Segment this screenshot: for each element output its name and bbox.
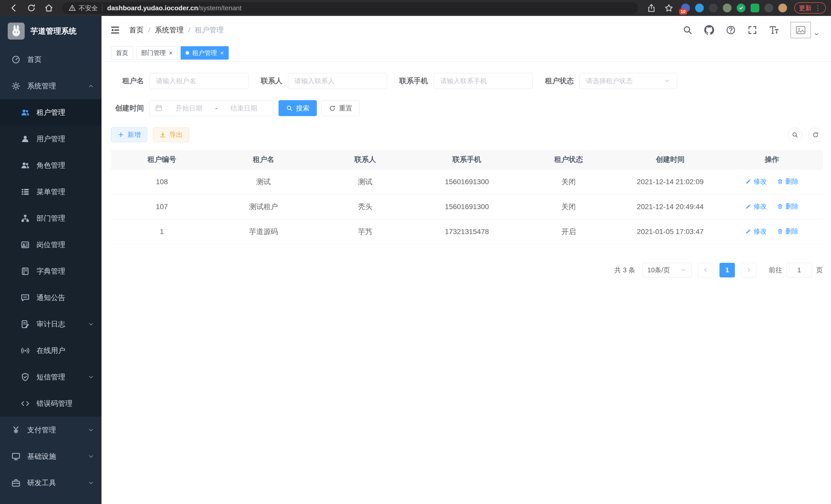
status-select[interactable]: 请选择租户状态: [579, 73, 677, 89]
browser-home-icon[interactable]: [44, 3, 53, 12]
phone-input[interactable]: [434, 73, 533, 89]
sidebar-toggle-icon[interactable]: [110, 25, 120, 35]
tags-view-bar: 首页 部门管理 × 租户管理 ×: [102, 44, 831, 62]
chevron-right-icon: [745, 267, 752, 273]
contact-input[interactable]: [288, 73, 387, 89]
help-icon[interactable]: [726, 25, 736, 35]
url-text[interactable]: dashboard.yudao.iocoder.cn/system/tenant: [107, 4, 241, 12]
user-avatar-dropdown[interactable]: [791, 22, 820, 38]
sidebar-item-dict[interactable]: 字典管理: [0, 258, 102, 285]
toggle-search-button[interactable]: [788, 128, 802, 142]
fullscreen-icon[interactable]: [747, 25, 757, 35]
app-title: 芋道管理系统: [30, 26, 77, 36]
tab-label: 租户管理: [192, 49, 217, 57]
page-number-button[interactable]: 1: [719, 263, 735, 277]
table-refresh-button[interactable]: [808, 128, 823, 142]
delete-link[interactable]: 删除: [777, 177, 799, 186]
address-bar[interactable]: 不安全 dashboard.yudao.iocoder.cn/system/te…: [62, 2, 638, 14]
sidebar-item-home[interactable]: 首页: [0, 46, 102, 73]
message-icon: [21, 293, 30, 302]
extension-icon[interactable]: [765, 4, 773, 12]
edit-link[interactable]: 修改: [745, 227, 767, 236]
tab-tenant[interactable]: 租户管理 ×: [181, 46, 229, 60]
next-page-button[interactable]: [741, 263, 756, 277]
delete-link[interactable]: 删除: [777, 202, 799, 211]
chevron-down-icon: [88, 374, 94, 380]
sidebar-item-dept[interactable]: 部门管理: [0, 205, 102, 232]
extension-icon[interactable]: [723, 4, 732, 12]
search-icon: [792, 131, 798, 138]
logo-rabbit-icon: [8, 23, 25, 39]
code-icon: [21, 399, 30, 408]
close-icon[interactable]: ×: [220, 50, 224, 56]
sidebar-item-audit-log[interactable]: 审计日志: [0, 311, 102, 337]
app-logo[interactable]: 芋道管理系统: [0, 16, 102, 46]
extension-icon[interactable]: [778, 4, 787, 12]
breadcrumb-system[interactable]: 系统管理: [155, 25, 184, 35]
sidebar-item-menu[interactable]: 菜单管理: [0, 179, 102, 205]
tab-label: 首页: [116, 49, 128, 57]
share-icon[interactable]: [647, 3, 656, 12]
cell-tenant-name: 芋道源码: [213, 219, 315, 244]
sidebar-item-devtools[interactable]: 研发工具: [0, 470, 102, 496]
add-button[interactable]: 新增: [111, 127, 147, 142]
tab-home[interactable]: 首页: [111, 46, 133, 60]
extension-icon[interactable]: 10: [681, 4, 690, 12]
sidebar-item-online-users[interactable]: 在线用户: [0, 337, 102, 364]
sidebar-item-system[interactable]: 系统管理: [0, 73, 102, 99]
reset-button-label: 重置: [339, 104, 352, 113]
users-icon: [21, 161, 30, 170]
sidebar-item-user[interactable]: 用户管理: [0, 126, 102, 152]
user-icon: [21, 135, 30, 144]
github-icon[interactable]: [704, 25, 714, 35]
page-size-select[interactable]: 10条/页: [642, 263, 692, 277]
tab-dept[interactable]: 部门管理 ×: [136, 46, 177, 60]
prev-page-button[interactable]: [698, 263, 713, 277]
font-size-icon[interactable]: [769, 25, 779, 35]
trash-icon: [777, 179, 783, 185]
browser-update-button[interactable]: 更新 ⋮: [794, 2, 826, 13]
edit-link[interactable]: 修改: [745, 202, 767, 211]
sidebar-item-sms[interactable]: 短信管理: [0, 364, 102, 390]
filter-created-time: 创建时间 开始日期 - 结束日期: [111, 100, 273, 116]
bookmark-star-icon[interactable]: [664, 3, 674, 12]
export-button[interactable]: 导出: [153, 127, 189, 142]
breadcrumb: 首页 / 系统管理 / 租户管理: [129, 25, 224, 35]
sidebar-item-infrastructure[interactable]: 基础设施: [0, 443, 102, 470]
filter-status: 租户状态 请选择租户状态: [545, 73, 677, 89]
search-button[interactable]: 搜索: [279, 100, 317, 116]
avatar-caret-down-icon[interactable]: [813, 31, 820, 37]
sidebar-item-error-code[interactable]: 错误码管理: [0, 390, 102, 417]
filter-contact: 联系人: [261, 73, 387, 89]
extension-icon[interactable]: [737, 4, 745, 12]
sidebar-item-payment[interactable]: 支付管理: [0, 417, 102, 443]
tenant-name-input[interactable]: [149, 73, 249, 89]
reset-button[interactable]: 重置: [321, 100, 360, 116]
sidebar-item-notice[interactable]: 通知公告: [0, 285, 102, 311]
browser-menu-icon[interactable]: ⋮: [814, 4, 821, 12]
extension-icon[interactable]: [751, 4, 759, 12]
breadcrumb-home[interactable]: 首页: [129, 25, 144, 35]
avatar[interactable]: [791, 22, 811, 38]
cell-status: 关闭: [518, 169, 620, 194]
cell-created: 2021-12-14 20:49:44: [620, 194, 721, 219]
cell-tenant-id: 108: [111, 169, 213, 194]
header-search-icon[interactable]: [683, 25, 693, 35]
sidebar-item-label: 短信管理: [36, 372, 81, 382]
pencil-icon: [745, 179, 751, 185]
sidebar-item-post[interactable]: 岗位管理: [0, 232, 102, 258]
sidebar-item-tenant[interactable]: 租户管理: [0, 99, 102, 126]
yen-icon: [11, 425, 21, 435]
extension-icon[interactable]: [695, 4, 704, 12]
edit-link[interactable]: 修改: [745, 177, 767, 186]
date-range-picker[interactable]: 开始日期 - 结束日期: [149, 100, 273, 116]
delete-link[interactable]: 删除: [777, 227, 799, 236]
browser-reload-icon[interactable]: [27, 3, 36, 12]
goto-page-input[interactable]: [786, 263, 812, 277]
close-icon[interactable]: ×: [169, 50, 173, 56]
cell-operations: 修改 删除: [721, 169, 823, 194]
browser-back-icon[interactable]: [9, 3, 19, 12]
extension-icon[interactable]: [709, 4, 718, 12]
date-range-separator: -: [215, 104, 218, 112]
sidebar-item-role[interactable]: 角色管理: [0, 152, 102, 179]
